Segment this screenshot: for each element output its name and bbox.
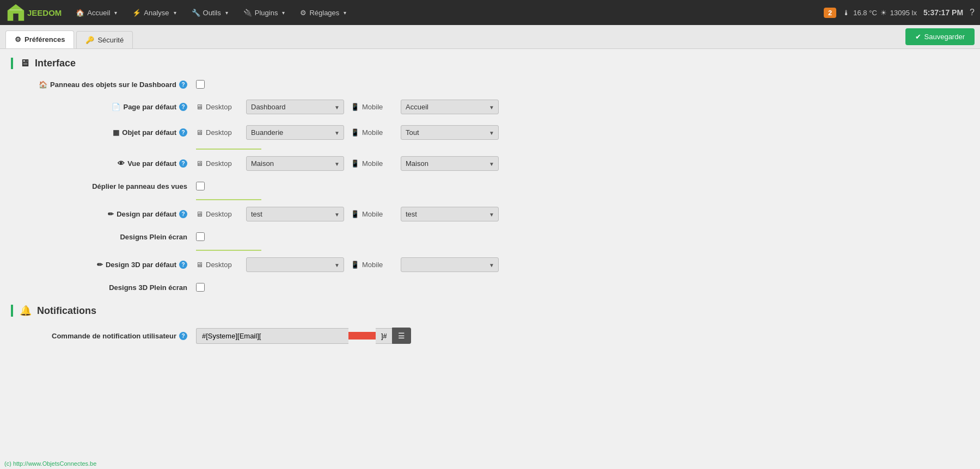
help-icon[interactable]: ? (970, 8, 975, 17)
tools-icon: 🔧 (192, 9, 200, 17)
desktop-icon2: 🖥 (196, 128, 203, 137)
temperature-value: 16.8 °C (853, 9, 877, 17)
page-defaut-row: 📄 Page par défaut ? 🖥 Desktop Dashboard … (11, 97, 969, 116)
design-3d-defaut-label: ✏ Design 3D par défaut ? (11, 261, 196, 269)
vue-defaut-help[interactable]: ? (179, 159, 187, 168)
navbar: JEEDOM 🏠 Accueil ▾ ⚡ Analyse ▾ 🔧 Outils … (0, 0, 980, 25)
navbar-right: 2 🌡 16.8 °C ☀ 13095 lx 5:37:17 PM ? (824, 8, 975, 18)
commande-notification-row: Commande de notification utilisateur ? ☰ (11, 325, 969, 346)
nav-outils-label: Outils (203, 9, 221, 17)
commande-notification-input[interactable] (196, 328, 348, 344)
objet-defaut-desktop-wrapper: Buanderie Maison Tout (246, 125, 344, 140)
design-3d-mobile-select[interactable] (401, 257, 499, 272)
mobile-icon2: 📱 (351, 128, 359, 137)
design-3d-defaut-controls: 🖥 Desktop 📱 Mobile (196, 257, 969, 272)
design-defaut-row: ✏ Design par défaut ? 🖥 Desktop test 📱 M… (11, 205, 969, 224)
objet-defaut-mobile-select[interactable]: Tout Maison Buanderie (401, 125, 499, 140)
eye-icon: 👁 (118, 159, 125, 168)
notif-input-group: ☰ (196, 328, 411, 344)
commande-notification-label: Commande de notification utilisateur ? (11, 332, 196, 340)
save-button[interactable]: ✔ Sauvegarder (905, 28, 975, 45)
caret-icon: ▾ (174, 10, 176, 16)
nav-analyse[interactable]: ⚡ Analyse ▾ (126, 0, 182, 25)
page-icon: 📄 (112, 103, 120, 111)
design-defaut-help[interactable]: ? (179, 210, 187, 218)
panneau-objets-row: 🏠 Panneau des objets sur le Dashboard ? (11, 78, 969, 91)
svg-rect-3 (10, 9, 22, 10)
tab-preferences[interactable]: ⚙ Préférences (5, 30, 74, 48)
mobile-label3: 📱 Mobile (351, 159, 394, 168)
nav-accueil-label: Accueil (87, 9, 110, 17)
objet-defaut-desktop-select[interactable]: Buanderie Maison Tout (246, 125, 344, 140)
notification-badge[interactable]: 2 (824, 8, 836, 18)
designs-3d-plein-ecran-checkbox[interactable] (196, 283, 205, 292)
objet-defaut-mobile-wrapper: Tout Maison Buanderie (401, 125, 499, 140)
tabs-bar: ⚙ Préférences 🔑 Sécurité ✔ Sauvegarder (0, 25, 980, 49)
settings-icon: ⚙ (300, 9, 307, 17)
grid-icon: ▦ (113, 128, 119, 137)
nav-reglages[interactable]: ⚙ Réglages ▾ (293, 0, 353, 25)
nav-plugins[interactable]: 🔌 Plugins ▾ (237, 0, 292, 25)
desktop-icon5: 🖥 (196, 261, 203, 269)
notifications-section-header: 🔔 Notifications (11, 305, 969, 317)
vue-defaut-row: 👁 Vue par défaut ? 🖥 Desktop Maison Autr… (11, 154, 969, 173)
tab-securite-label: Sécurité (97, 36, 124, 44)
design-defaut-mobile-select[interactable]: test (401, 207, 499, 221)
commande-notification-button[interactable]: ☰ (392, 328, 411, 344)
design-defaut-desktop-select[interactable]: test (246, 207, 344, 221)
vue-defaut-mobile-wrapper: Maison Autre (401, 156, 499, 171)
commande-notification-suffix (376, 328, 392, 344)
nav-outils[interactable]: 🔧 Outils ▾ (185, 0, 235, 25)
design-defaut-desktop-wrapper: test (246, 207, 344, 221)
sun-icon: ☀ (880, 9, 887, 17)
designs-plein-ecran-checkbox[interactable] (196, 232, 205, 241)
design-3d-defaut-row: ✏ Design 3D par défaut ? 🖥 Desktop 📱 Mob… (11, 255, 969, 274)
tab-securite[interactable]: 🔑 Sécurité (76, 31, 133, 48)
objet-defaut-label: ▦ Objet par défaut ? (11, 128, 196, 137)
desktop-label5: 🖥 Desktop (196, 261, 240, 269)
nav-reglages-label: Réglages (309, 9, 339, 17)
deplier-vues-row: Déplier le panneau des vues (11, 180, 969, 193)
page-defaut-desktop-wrapper: Dashboard Accueil Analyse Plugins (246, 100, 344, 114)
commande-notification-help[interactable]: ? (179, 332, 187, 340)
mobile-icon3: 📱 (351, 159, 359, 168)
page-defaut-controls: 🖥 Desktop Dashboard Accueil Analyse Plug… (196, 100, 969, 114)
mobile-icon5: 📱 (351, 261, 359, 269)
prefs-icon: ⚙ (15, 35, 21, 44)
page-defaut-help[interactable]: ? (179, 103, 187, 111)
home-icon-small: 🏠 (39, 81, 47, 89)
vue-defaut-desktop-select[interactable]: Maison Autre (246, 156, 344, 171)
design-defaut-controls: 🖥 Desktop test 📱 Mobile test (196, 207, 969, 221)
deplier-vues-checkbox[interactable] (196, 182, 205, 190)
designs-3d-plein-ecran-label: Designs 3D Plein écran (11, 283, 196, 292)
deplier-vues-controls (196, 182, 969, 190)
key-icon: 🔑 (85, 36, 94, 44)
page-defaut-mobile-wrapper: Accueil Dashboard Analyse (401, 100, 499, 114)
nav-accueil[interactable]: 🏠 Accueil ▾ (69, 0, 124, 25)
designs-plein-ecran-label: Designs Plein écran (11, 233, 196, 241)
panneau-objets-label: 🏠 Panneau des objets sur le Dashboard ? (11, 81, 196, 89)
design-3d-desktop-wrapper (246, 257, 344, 272)
page-defaut-mobile-select[interactable]: Accueil Dashboard Analyse (401, 100, 499, 114)
panneau-objets-checkbox[interactable] (196, 80, 205, 89)
vue-defaut-mobile-select[interactable]: Maison Autre (401, 156, 499, 171)
notifications-title: Notifications (37, 305, 96, 317)
designs-3d-plein-ecran-row: Designs 3D Plein écran (11, 281, 969, 294)
mobile-label2: 📱 Mobile (351, 128, 394, 137)
caret-icon: ▾ (282, 10, 285, 16)
objet-defaut-help[interactable]: ? (179, 128, 187, 137)
page-defaut-desktop-select[interactable]: Dashboard Accueil Analyse Plugins (246, 100, 344, 114)
svg-rect-2 (13, 14, 19, 21)
mobile-label: 📱 Mobile (351, 103, 394, 111)
designs-plein-ecran-controls (196, 232, 969, 241)
design-3d-defaut-help[interactable]: ? (179, 261, 187, 269)
designs-plein-ecran-row: Designs Plein écran (11, 230, 969, 243)
design-3d-desktop-select[interactable] (246, 257, 344, 272)
nav-analyse-label: Analyse (144, 9, 169, 17)
mobile-label5: 📱 Mobile (351, 261, 394, 269)
desktop-label: 🖥 Desktop (196, 103, 240, 111)
brand[interactable]: JEEDOM (5, 2, 62, 23)
deplier-vues-label: Déplier le panneau des vues (11, 182, 196, 190)
page-defaut-label: 📄 Page par défaut ? (11, 103, 196, 111)
panneau-objets-help[interactable]: ? (179, 81, 187, 89)
